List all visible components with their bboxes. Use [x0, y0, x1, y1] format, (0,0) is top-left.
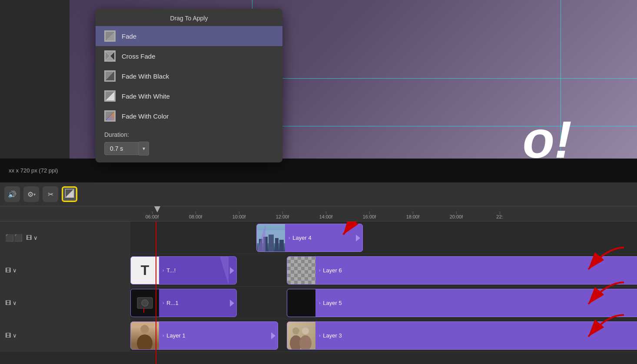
clip-title-r: R...1	[166, 300, 178, 306]
track-icon-3: 🎞 ∨	[5, 300, 17, 306]
dropdown-item-fade-label: Fade	[122, 33, 136, 40]
ruler-mark-1000: 10:00f	[217, 214, 261, 219]
transition-dropdown: Drag To Apply Fade Cross Fade	[96, 9, 282, 162]
track-icon-1: ⬛⬛	[5, 234, 23, 242]
clip-person-bg	[131, 321, 159, 350]
clip-indicator-t	[220, 257, 229, 285]
track-label-4: 🎞 ∨	[0, 319, 130, 351]
gear-chevron: ▾	[33, 192, 36, 197]
clip-chevron-r: ›	[163, 301, 164, 305]
dropdown-item-fade-black-label: Fade With Black	[122, 73, 169, 80]
preview-bottom-bar: xx x 720 px (72 ppi)	[0, 159, 637, 182]
clip-title-layer6: Layer 6	[323, 267, 342, 274]
red-arrow-4	[585, 313, 628, 345]
speaker-button[interactable]: 🔊	[4, 186, 20, 202]
fade-white-icon	[104, 90, 116, 102]
svg-marker-21	[257, 224, 265, 252]
clip-title-t: T...!	[166, 267, 176, 274]
settings-button[interactable]: ⚙ ▾	[23, 186, 39, 202]
clip-end-r	[228, 289, 236, 317]
svg-rect-18	[269, 235, 274, 252]
svg-marker-0	[105, 31, 115, 41]
fade-icon	[104, 30, 116, 42]
svg-point-29	[140, 325, 149, 334]
clip-chevron-layer6: ›	[319, 268, 320, 273]
svg-point-31	[292, 328, 299, 334]
track-icon-4: 🎞 ∨	[5, 332, 17, 339]
clip-end-layer1	[269, 322, 278, 349]
dropdown-item-cross-fade[interactable]: Cross Fade	[96, 46, 282, 66]
clip-thumb-checker	[287, 256, 315, 285]
clip-fade-start-layer4	[257, 224, 265, 252]
ruler-mark-2000: 20:00f	[435, 214, 478, 219]
track-content-2: T › T...!	[130, 254, 637, 286]
dropdown-header: Drag To Apply	[96, 9, 282, 26]
dropdown-item-fade-with-black[interactable]: Fade With Black	[96, 66, 282, 86]
ruler-mark-1600: 16:00f	[348, 214, 391, 219]
svg-rect-20	[279, 240, 284, 252]
ruler-mark-0800: 08:00f	[174, 214, 217, 219]
clip-dark5	[287, 289, 315, 317]
clip-checker-pattern	[287, 256, 315, 285]
scissors-button[interactable]: ✂	[43, 186, 58, 202]
fade-color-icon	[104, 110, 116, 122]
svg-marker-23	[220, 257, 229, 285]
svg-point-32	[302, 328, 309, 334]
speaker-icon: 🔊	[8, 190, 17, 199]
track-icon-2: 🎞 ∨	[5, 267, 17, 274]
dropdown-item-fade-with-color[interactable]: Fade With Color	[96, 106, 282, 126]
clip-label-r: › R...1	[159, 300, 236, 306]
clip-dark-bg	[131, 289, 159, 317]
clip-layer-r[interactable]: › R...1	[130, 289, 237, 317]
svg-marker-3	[105, 51, 115, 56]
track-row-2: 🎞 ∨ T › T...!	[0, 254, 637, 287]
clip-thumb-dark-cam	[131, 289, 159, 317]
timeline-toolbar: 🔊 ⚙ ▾ ✂	[0, 182, 637, 206]
dropdown-item-fade-white-label: Fade With White	[122, 93, 170, 100]
track-row-4: 🎞 ∨ › Layer 1	[0, 319, 637, 352]
transition-button[interactable]	[62, 186, 77, 202]
red-arrow-1	[339, 222, 391, 245]
playhead-top	[154, 206, 160, 212]
duration-select[interactable]: 0.7 s 0.5 s 1.0 s 1.5 s 2.0 s	[104, 142, 139, 155]
clip-chevron-layer3: ›	[319, 333, 320, 338]
clip-layer-t[interactable]: T › T...!	[130, 256, 237, 285]
clip-end-t	[228, 257, 236, 284]
svg-rect-19	[275, 238, 279, 252]
timeline-tracks: ⬛⬛ 🎞 ∨	[0, 222, 637, 364]
dropdown-item-cross-fade-label: Cross Fade	[122, 53, 156, 60]
duration-select-wrapper: 0.7 s 0.5 s 1.0 s 1.5 s 2.0 s ▾	[104, 142, 274, 156]
timeline-area: 🔊 ⚙ ▾ ✂ 06:00f 08:00f 10:00f 12:00f	[0, 182, 637, 364]
clip-label-layer1: › Layer 1	[159, 332, 278, 339]
svg-marker-11	[105, 111, 115, 121]
clip-thumb-person	[131, 321, 159, 350]
fade-black-icon	[104, 70, 116, 82]
clip-chevron-t: ›	[163, 268, 164, 273]
timeline-playhead	[156, 222, 156, 364]
red-arrow-2	[585, 245, 628, 278]
track-label-2: 🎞 ∨	[0, 254, 130, 286]
svg-point-30	[137, 334, 153, 350]
dropdown-item-fade-color-label: Fade With Color	[122, 113, 169, 120]
clip-thumb-layer5	[287, 289, 315, 317]
cross-fade-icon	[104, 50, 116, 62]
clip-chevron-layer4: ›	[289, 235, 290, 240]
clip-meeting-bg	[287, 321, 315, 350]
dropdown-item-fade[interactable]: Fade	[96, 26, 282, 46]
track-content-3: › R...1 › Layer 5	[130, 287, 637, 319]
track-row-3: 🎞 ∨ ›	[0, 287, 637, 319]
svg-marker-7	[105, 71, 115, 81]
red-arrow-3	[585, 280, 628, 312]
gear-icon: ⚙	[27, 190, 33, 199]
clip-title-layer1: Layer 1	[166, 332, 185, 339]
clip-layer1[interactable]: › Layer 1	[130, 321, 278, 350]
clip-triangle-right-r	[230, 300, 234, 307]
svg-marker-2	[105, 56, 115, 61]
ruler-marks: 06:00f 08:00f 10:00f 12:00f 14:00f 16:00…	[130, 214, 521, 221]
track-label-text-1: 🎞 ∨	[26, 235, 38, 241]
dropdown-item-fade-with-white[interactable]: Fade With White	[96, 86, 282, 106]
ruler-mark-0600: 06:00f	[130, 214, 174, 219]
ruler-mark-1800: 18:00f	[391, 214, 435, 219]
duration-chevron-icon[interactable]: ▾	[139, 142, 149, 156]
clip-chevron-layer5: ›	[319, 301, 320, 305]
